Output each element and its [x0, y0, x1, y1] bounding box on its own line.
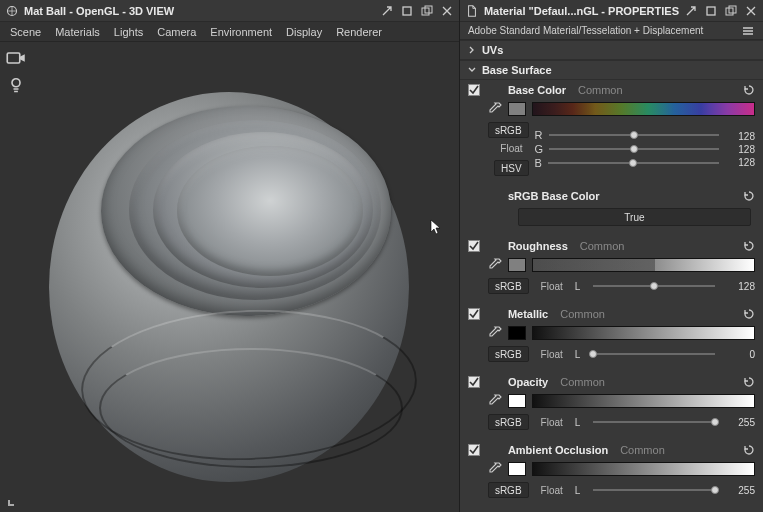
g-slider[interactable]	[549, 148, 719, 150]
srgb-button[interactable]: sRGB	[488, 482, 529, 498]
checkbox-opacity[interactable]	[468, 376, 480, 388]
undock-icon[interactable]	[685, 5, 697, 17]
l-label: L	[575, 281, 583, 292]
app-icon	[6, 5, 18, 17]
section-base-surface[interactable]: Base Surface	[460, 60, 763, 80]
gray-ramp[interactable]	[532, 258, 755, 272]
reset-icon[interactable]	[743, 444, 755, 456]
r-value[interactable]: 128	[725, 131, 755, 142]
g-value[interactable]: 128	[725, 144, 755, 155]
viewport-3d[interactable]	[0, 42, 459, 512]
properties-title: Material "Defaul...nGL - PROPERTIES	[484, 5, 679, 17]
label-base-color-sub: Common	[578, 84, 623, 96]
b-slider[interactable]	[548, 162, 719, 164]
l-value[interactable]: 255	[725, 485, 755, 496]
srgb-button[interactable]: sRGB	[488, 122, 529, 138]
l-value[interactable]: 255	[725, 417, 755, 428]
menu-renderer[interactable]: Renderer	[336, 26, 382, 38]
eyedropper-icon[interactable]	[488, 394, 502, 408]
color-swatch[interactable]	[508, 394, 526, 408]
material-preview-sphere	[49, 92, 409, 482]
reset-icon[interactable]	[743, 240, 755, 252]
eyedropper-icon[interactable]	[488, 258, 502, 272]
reset-icon[interactable]	[743, 84, 755, 96]
viewport-panel: Mat Ball - OpenGL - 3D VIEW Scene Materi…	[0, 0, 460, 512]
float-button[interactable]: Float	[535, 278, 569, 294]
float-button[interactable]: Float	[535, 346, 569, 362]
minimize-icon[interactable]	[401, 5, 413, 17]
menu-scene[interactable]: Scene	[10, 26, 41, 38]
label-base-color: Base Color	[508, 84, 566, 96]
srgb-button[interactable]: sRGB	[488, 278, 529, 294]
hsv-button[interactable]: HSV	[494, 160, 529, 176]
l-slider[interactable]	[593, 285, 715, 287]
r-slider[interactable]	[549, 134, 719, 136]
eyedropper-icon[interactable]	[488, 102, 502, 116]
reset-icon[interactable]	[743, 190, 755, 202]
minimize-icon[interactable]	[705, 5, 717, 17]
viewport-menubar: Scene Materials Lights Camera Environmen…	[0, 22, 459, 42]
l-value[interactable]: 0	[725, 349, 755, 360]
l-label: L	[575, 417, 583, 428]
b-value[interactable]: 128	[725, 157, 755, 168]
checkbox-base-color[interactable]	[468, 84, 480, 96]
float-button[interactable]: Float	[494, 140, 528, 156]
reset-icon[interactable]	[743, 308, 755, 320]
close-icon[interactable]	[441, 5, 453, 17]
srgb-button[interactable]: sRGB	[488, 414, 529, 430]
gray-ramp[interactable]	[532, 326, 755, 340]
section-uvs[interactable]: UVs	[460, 40, 763, 60]
chevron-right-icon	[468, 46, 476, 54]
mouse-cursor-icon	[430, 219, 442, 235]
maximize-icon[interactable]	[725, 5, 737, 17]
menu-lights[interactable]: Lights	[114, 26, 143, 38]
srgb-true-button[interactable]: True	[518, 208, 751, 226]
viewport-titlebar: Mat Ball - OpenGL - 3D VIEW	[0, 0, 459, 22]
label-roughness: Roughness	[508, 240, 568, 252]
label-roughness-sub: Common	[580, 240, 625, 252]
svg-rect-6	[707, 7, 715, 15]
corner-tool-icon[interactable]	[6, 496, 18, 508]
l-slider[interactable]	[593, 421, 715, 423]
eyedropper-icon[interactable]	[488, 462, 502, 476]
close-icon[interactable]	[745, 5, 757, 17]
menu-camera[interactable]: Camera	[157, 26, 196, 38]
panel-menu-icon[interactable]	[741, 25, 755, 37]
checkbox-metallic[interactable]	[468, 308, 480, 320]
label-metallic-sub: Common	[560, 308, 605, 320]
label-opacity-sub: Common	[560, 376, 605, 388]
l-label: L	[575, 485, 583, 496]
gray-ramp[interactable]	[532, 462, 755, 476]
srgb-button[interactable]: sRGB	[488, 346, 529, 362]
menu-materials[interactable]: Materials	[55, 26, 100, 38]
document-icon	[466, 5, 478, 17]
reset-icon[interactable]	[743, 376, 755, 388]
menu-environment[interactable]: Environment	[210, 26, 272, 38]
l-label: L	[575, 349, 583, 360]
color-swatch[interactable]	[508, 326, 526, 340]
hue-ramp[interactable]	[532, 102, 755, 116]
color-swatch[interactable]	[508, 258, 526, 272]
eyedropper-icon[interactable]	[488, 326, 502, 340]
float-button[interactable]: Float	[535, 414, 569, 430]
menu-display[interactable]: Display	[286, 26, 322, 38]
prop-srgb-base-color: sRGB Base Color True	[460, 186, 763, 236]
prop-roughness: Roughness Common sRGB Float L 128	[460, 236, 763, 304]
checkbox-ambient-occlusion[interactable]	[468, 444, 480, 456]
l-slider[interactable]	[593, 353, 715, 355]
l-value[interactable]: 128	[725, 281, 755, 292]
properties-titlebar: Material "Defaul...nGL - PROPERTIES	[460, 0, 763, 22]
label-srgb-base-color: sRGB Base Color	[508, 190, 600, 202]
color-swatch[interactable]	[508, 102, 526, 116]
undock-icon[interactable]	[381, 5, 393, 17]
gray-ramp[interactable]	[532, 394, 755, 408]
l-slider[interactable]	[593, 489, 715, 491]
b-label: B	[535, 157, 542, 169]
color-swatch[interactable]	[508, 462, 526, 476]
float-button[interactable]: Float	[535, 482, 569, 498]
maximize-icon[interactable]	[421, 5, 433, 17]
properties-subheader: Adobe Standard Material/Tesselation + Di…	[460, 22, 763, 40]
checkbox-roughness[interactable]	[468, 240, 480, 252]
section-base-surface-title: Base Surface	[482, 64, 552, 76]
label-ambient-occlusion-sub: Common	[620, 444, 665, 456]
